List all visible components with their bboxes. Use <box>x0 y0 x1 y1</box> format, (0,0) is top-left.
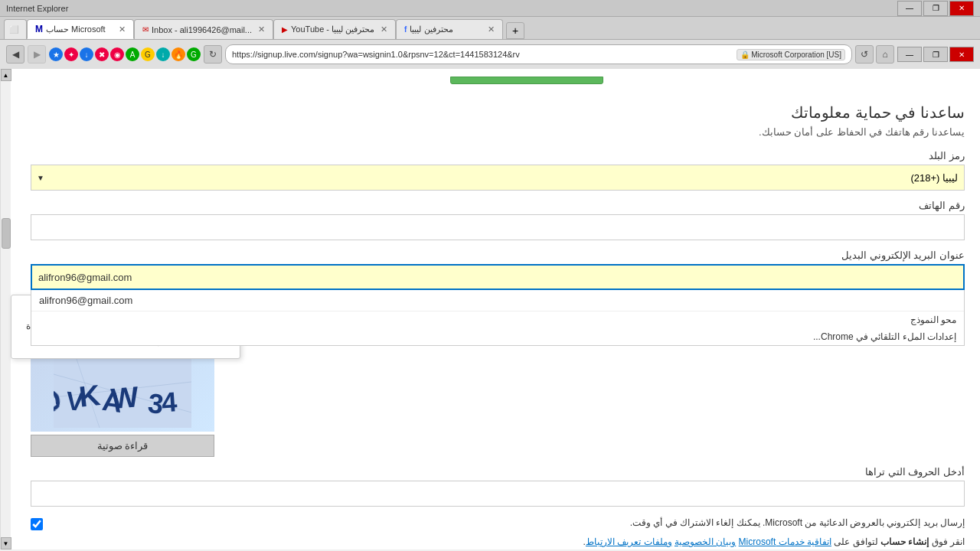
security-badge: 🔒 Microsoft Corporation [US] <box>737 49 845 60</box>
svg-text:W: W <box>109 380 140 415</box>
title-bar: Internet Explorer — ❐ ✕ <box>0 0 980 17</box>
minimize-button[interactable]: — <box>897 1 922 16</box>
form-container: تحديد. ساعدنا في حماية معلوماتك يساعدنا … <box>0 69 980 549</box>
addon-blue-down-icon[interactable]: ↓ <box>80 47 93 61</box>
toolbar-icons-left: ★ ✦ ↓ ✖ ◉ A G ↓ 🔥 G <box>49 47 201 61</box>
captcha-input[interactable] <box>31 481 965 507</box>
lock-icon: 🔒 <box>740 51 750 59</box>
yt-favicon: ▶ <box>282 25 288 34</box>
create-account-bold: إنشاء حساب <box>880 536 929 547</box>
autocomplete-clear[interactable]: محو النموذج <box>31 311 964 328</box>
svg-text:4: 4 <box>161 386 178 418</box>
tab-new[interactable]: ⬜ <box>4 19 27 39</box>
tab-label-inbox: Inbox - ali1996426@mail... <box>152 25 252 34</box>
captcha-label: أدخل الحروف التي تراها <box>31 466 965 478</box>
tab-facebook[interactable]: f محترفين ليبيا ✕ <box>396 19 503 39</box>
autocomplete-settings[interactable]: إعدادات الملء التلقائي في Chrome... <box>31 328 964 345</box>
page-subtitle: يساعدنا رقم هاتفك في الحفاظ على أمان حسا… <box>31 126 965 138</box>
audio-button[interactable]: قراءة صوتية <box>31 435 214 457</box>
addon-stop-icon[interactable]: ✖ <box>95 47 109 61</box>
terms-link-services[interactable]: اتفاقية خدمات Microsoft <box>739 536 831 547</box>
ms-favicon: M <box>35 24 43 34</box>
new-tab-button[interactable]: + <box>506 22 524 39</box>
blank-tab-icon: ⬜ <box>9 25 18 34</box>
security-badge-text: Microsoft Corporation [US] <box>751 51 841 59</box>
minimize-btn-2[interactable]: — <box>897 47 922 62</box>
browser-window: Internet Explorer — ❐ ✕ ⬜ M حساب Microso… <box>0 0 980 551</box>
address-url: https://signup.live.com/signup?wa=wsigni… <box>232 50 733 59</box>
window-controls: — ❐ ✕ <box>897 1 974 16</box>
tab-microsoft-account[interactable]: M حساب Microsoft ✕ <box>27 19 134 39</box>
top-button-row: تحديد. <box>31 77 965 96</box>
favorites-star-icon[interactable]: ★ <box>49 47 63 61</box>
captcha-section: D V K A W 3 4 قراءة صوتية <box>31 355 965 507</box>
phone-field-group: رقم الهاتف <box>31 200 965 240</box>
country-select-wrapper: ليبيا (+218) ▼ <box>31 165 965 191</box>
checkbox-label-text: إرسال بريد إلكتروني بالعروض الدعائية من … <box>49 517 965 528</box>
page-title: ساعدنا في حماية معلوماتك <box>31 103 965 122</box>
address-bar-row: ◀ ▶ ★ ✦ ↓ ✖ ◉ A G ↓ 🔥 G ↻ https://signup… <box>0 40 980 69</box>
close-btn-2[interactable]: ✕ <box>949 47 974 62</box>
tab-youtube[interactable]: ▶ YouTube - محترفين ليبيا ✕ <box>273 19 396 39</box>
terms-link-privacy[interactable]: وبيان الخصوصية <box>675 536 736 547</box>
terms-link-cookies[interactable]: وملفات تعريف الارتباط <box>586 536 672 547</box>
tab-close-inbox[interactable]: ✕ <box>258 24 265 34</box>
fb-favicon: f <box>404 25 407 34</box>
tab-close-microsoft[interactable]: ✕ <box>119 24 126 34</box>
phone-input[interactable] <box>31 214 965 240</box>
refresh-btn[interactable]: ↺ <box>855 45 874 64</box>
forward-button[interactable]: ▶ <box>28 45 46 64</box>
svg-text:K: K <box>77 379 102 413</box>
addon-red2-icon[interactable]: ◉ <box>110 47 124 61</box>
addon-green-icon[interactable]: A <box>126 47 139 61</box>
country-field-group: رمز البلد ليبيا (+218) ▼ <box>31 150 965 191</box>
tab-bar: ⬜ M حساب Microsoft ✕ ✉ Inbox - ali199642… <box>0 17 980 40</box>
captcha-svg: D V K A W 3 4 <box>54 359 191 428</box>
email-label: عنوان البريد الإلكتروني البديل <box>31 249 965 261</box>
tab-close-facebook[interactable]: ✕ <box>488 24 495 34</box>
captcha-image: D V K A W 3 4 <box>31 355 214 432</box>
gmail-favicon: ✉ <box>142 25 149 34</box>
address-box[interactable]: https://signup.live.com/signup?wa=wsigni… <box>225 44 852 64</box>
autocomplete-dropdown: alifron96@gmail.com محو النموذج إعدادات … <box>31 290 965 346</box>
close-button[interactable]: ✕ <box>949 1 974 16</box>
promo-checkbox[interactable] <box>31 518 43 530</box>
addon-yellow-icon[interactable]: G <box>141 47 155 61</box>
back-button[interactable]: ◀ <box>6 45 24 64</box>
terms-row: انقر فوق إنشاء حساب لتوافق على اتفاقية خ… <box>31 536 965 547</box>
home-btn[interactable]: ⌂ <box>876 45 894 64</box>
tab-close-youtube[interactable]: ✕ <box>381 24 387 34</box>
tab-label-youtube: YouTube - محترفين ليبيا <box>291 24 374 34</box>
phone-label: رقم الهاتف <box>31 200 965 211</box>
tab-label-facebook: محترفين ليبيا <box>410 24 482 34</box>
tab-inbox[interactable]: ✉ Inbox - ali1996426@mail... ✕ <box>134 19 273 39</box>
right-toolbar: ↺ ⌂ <box>855 45 894 64</box>
addon-teal-icon[interactable]: ↓ <box>156 47 170 61</box>
addon-red-icon[interactable]: ✦ <box>64 47 78 61</box>
restore-button[interactable]: ❐ <box>923 1 948 16</box>
restore-btn-2[interactable]: ❐ <box>923 47 948 62</box>
country-select[interactable]: ليبيا (+218) <box>31 165 965 191</box>
main-content: ▲ ▼ تحديد. ساعدنا في حماية معلوماتك يساع… <box>0 69 980 549</box>
tab-label-microsoft: حساب Microsoft <box>46 24 113 34</box>
addon-orange-icon[interactable]: 🔥 <box>172 47 185 61</box>
addon-green2-icon[interactable]: G <box>187 47 201 61</box>
checkbox-row: إرسال بريد إلكتروني بالعروض الدعائية من … <box>31 517 965 530</box>
window-title: Internet Explorer <box>6 4 68 13</box>
country-label: رمز البلد <box>31 150 965 161</box>
reload-button[interactable]: ↻ <box>204 45 222 64</box>
email-input[interactable] <box>31 264 965 290</box>
window-controls-2: — ❐ ✕ <box>897 47 974 62</box>
autocomplete-item-1[interactable]: alifron96@gmail.com <box>31 290 964 311</box>
email-field-group: عنوان البريد الإلكتروني البديل alifron96… <box>31 249 965 346</box>
